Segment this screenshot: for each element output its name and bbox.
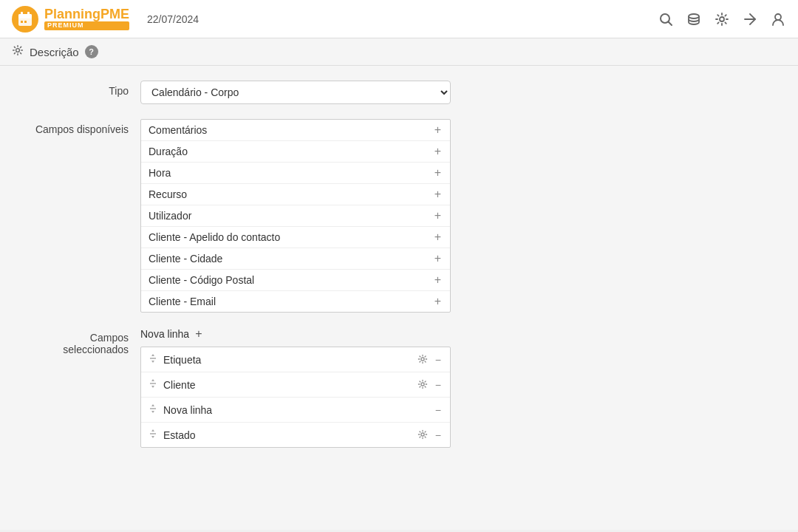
gear-button[interactable] [416,379,429,391]
list-item: Cliente - Email + [141,291,450,312]
campos-seleccionados-row: Campos seleccionados Nova linha + Etique… [22,327,776,448]
list-item: Utilizador + [141,205,450,227]
campos-disponiveis-list-container: Comentários + Duração + Hora + Recurso +… [140,119,451,313]
campos-item-label: Utilizador [149,210,191,222]
nova-linha-add-icon: + [195,327,202,340]
campos-item-label: Duração [149,146,188,157]
logo-premium: PREMIUM [44,21,129,30]
logo-area: PlanningPME PREMIUM [12,6,129,33]
campos-disponiveis-scroll[interactable]: Comentários + Duração + Hora + Recurso +… [141,120,450,312]
main-content: Tipo Calendário - Corpo Calendário - Cab… [0,66,798,530]
nova-linha-add-button[interactable]: + [195,327,202,341]
logo-pme: PME [100,7,129,21]
svg-point-19 [421,432,424,435]
gear-icon[interactable] [714,11,730,27]
help-icon[interactable]: ? [85,45,98,58]
item-actions: − [416,379,443,391]
list-item: Cliente - Cidade + [141,248,450,270]
item-label: Etiqueta [163,354,416,366]
list-item: Recurso + [141,184,450,205]
svg-point-14 [421,357,424,360]
table-row: Estado − [141,423,450,447]
add-campo-button[interactable]: + [433,124,443,136]
list-item: Comentários + [141,120,450,141]
campos-item-label: Cliente - Email [149,296,216,307]
share-icon[interactable] [742,11,758,27]
svg-point-9 [689,14,699,18]
svg-rect-3 [21,12,23,16]
gear-button[interactable] [416,429,429,441]
svg-line-8 [669,21,672,25]
svg-point-16 [421,382,424,385]
list-item: Cliente - Apelido do contacto + [141,227,450,248]
item-label: Estado [163,429,416,441]
remove-button[interactable]: − [434,430,443,440]
search-icon[interactable] [658,11,674,27]
campos-seleccionados-control: Nova linha + Etiqueta [140,327,451,448]
app-header: PlanningPME PREMIUM 22/07/2024 [0,0,798,38]
nova-linha-header-label: Nova linha [140,328,189,340]
tipo-row: Tipo Calendário - Corpo Calendário - Cab… [22,81,776,104]
add-campo-button[interactable]: + [433,146,443,157]
header-icons [658,11,786,27]
database-icon[interactable] [686,11,702,27]
selected-list-container: Etiqueta − Cliente [140,347,451,448]
nova-linha-header-row: Nova linha + [140,327,451,341]
item-label: Nova linha [163,404,434,416]
campos-item-label: Cliente - Código Postal [149,274,254,286]
user-icon[interactable] [770,11,786,27]
drag-handle[interactable] [149,428,157,442]
campos-disponiveis-row: Campos disponíveis Comentários + Duração… [22,119,776,313]
tipo-label: Tipo [22,81,140,97]
remove-button[interactable]: − [434,405,443,415]
list-item: Cliente - Código Postal + [141,270,450,291]
logo-planning: Planning [44,7,100,21]
table-row: Nova linha − [141,398,450,423]
settings-small-icon [12,44,24,59]
svg-rect-2 [18,14,32,18]
campos-item-label: Cliente - Apelido do contacto [149,231,280,243]
add-campo-button[interactable]: + [433,231,443,243]
svg-rect-6 [24,21,27,23]
logo-name: PlanningPME [44,7,129,22]
add-campo-button[interactable]: + [433,253,443,265]
add-campo-button[interactable]: + [433,188,443,200]
campos-item-label: Hora [149,167,171,179]
drag-handle[interactable] [149,403,157,417]
campos-disponiveis-control: Comentários + Duração + Hora + Recurso +… [140,119,451,313]
svg-point-11 [775,14,781,20]
add-campo-button[interactable]: + [433,274,443,286]
drag-handle[interactable] [149,378,157,392]
campos-item-label: Recurso [149,188,187,200]
table-row: Etiqueta − [141,347,450,372]
item-actions: − [434,405,443,415]
campos-item-label: Cliente - Cidade [149,253,222,265]
campos-item-label: Comentários [149,124,207,136]
add-campo-button[interactable]: + [433,210,443,222]
list-item: Hora + [141,163,450,184]
campos-disponiveis-label: Campos disponíveis [22,119,140,135]
gear-button[interactable] [416,354,429,366]
tipo-control: Calendário - Corpo Calendário - Cabeçalh… [140,81,451,104]
svg-point-12 [16,49,20,52]
sub-header: Descrição ? [0,38,798,66]
page-title: Descrição [30,46,79,58]
table-row: Cliente − [141,372,450,398]
add-campo-button[interactable]: + [433,167,443,179]
svg-point-10 [720,17,724,21]
svg-rect-5 [21,21,23,23]
logo-text: PlanningPME PREMIUM [44,7,129,31]
list-item: Duração + [141,141,450,163]
drag-handle[interactable] [149,352,157,366]
add-campo-button[interactable]: + [433,296,443,307]
campos-seleccionados-label: Campos seleccionados [22,327,140,355]
item-actions: − [416,354,443,366]
item-label: Cliente [163,379,416,391]
remove-button[interactable]: − [434,380,443,390]
header-date: 22/07/2024 [147,13,199,25]
logo-icon [12,6,38,33]
tipo-select[interactable]: Calendário - Corpo Calendário - Cabeçalh… [140,81,451,104]
svg-rect-4 [27,12,30,16]
remove-button[interactable]: − [434,355,443,365]
item-actions: − [416,429,443,441]
